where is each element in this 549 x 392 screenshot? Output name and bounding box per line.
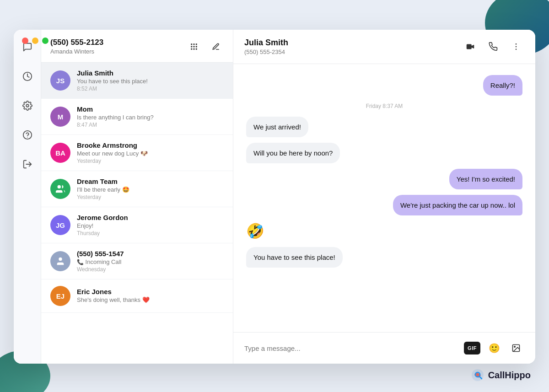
svg-rect-5 bbox=[191, 43, 192, 45]
conversation-item-brooke-armstrong[interactable]: BA Brooke Armstrong Meet our new dog Luc… bbox=[41, 135, 233, 171]
conv-name-eric-jones: Eric Jones bbox=[77, 288, 224, 295]
svg-point-1 bbox=[26, 104, 29, 107]
conv-info-jerome-gordon: Jerome Gordon Enjoy! Thursday bbox=[77, 214, 224, 236]
conv-name-mom: Mom bbox=[77, 105, 224, 113]
traffic-lights bbox=[22, 38, 48, 44]
dialpad-button[interactable] bbox=[186, 39, 202, 54]
conv-preview-julia-smith: You have to see this place! bbox=[77, 78, 224, 85]
svg-rect-10 bbox=[196, 46, 197, 47]
conversation-item-dream-team[interactable]: Dream Team I'll be there early 🤩 Yesterd… bbox=[41, 171, 233, 207]
conversation-item-eric-jones[interactable]: EJ Eric Jones She's doing well, thanks ❤… bbox=[41, 279, 233, 313]
message-msg4: Yes! I'm so excited! bbox=[449, 169, 522, 189]
avatar-dream-team bbox=[50, 179, 70, 199]
nav-logout-icon[interactable] bbox=[19, 156, 36, 172]
conv-name-jerome-gordon: Jerome Gordon bbox=[77, 214, 224, 221]
chat-header-info: Julia Smith (550) 555-2354 bbox=[244, 38, 288, 55]
minimize-button[interactable] bbox=[32, 38, 38, 44]
conversation-list: JS Julia Smith You have to see this plac… bbox=[41, 63, 233, 364]
conv-name-incoming-call: (550) 555-1547 bbox=[77, 250, 224, 258]
nav-settings-icon[interactable] bbox=[19, 97, 36, 114]
app-window: (550) 555-2123 Amanda Winters bbox=[14, 30, 535, 364]
message-msg3: Will you be here by noon? bbox=[246, 143, 340, 163]
svg-rect-13 bbox=[196, 48, 197, 49]
avatar-julia-smith: JS bbox=[50, 70, 70, 91]
avatar-eric-jones: EJ bbox=[50, 286, 70, 306]
more-options-button[interactable] bbox=[508, 38, 524, 55]
user-name: Amanda Winters bbox=[50, 48, 103, 55]
conv-preview-mom: Is there anything I can bring? bbox=[77, 114, 224, 121]
user-phone: (550) 555-2123 bbox=[50, 38, 103, 47]
emoji-button[interactable]: 🙂 bbox=[486, 340, 502, 356]
conversation-item-mom[interactable]: M Mom Is there anything I can bring? 8:4… bbox=[41, 99, 233, 135]
conv-info-julia-smith: Julia Smith You have to see this place! … bbox=[77, 69, 224, 92]
message-input[interactable] bbox=[244, 344, 458, 352]
conv-preview-dream-team: I'll be there early 🤩 bbox=[77, 186, 224, 193]
svg-point-14 bbox=[58, 185, 61, 188]
nav-help-icon[interactable] bbox=[19, 127, 36, 143]
gif-button[interactable]: GIF bbox=[464, 342, 480, 354]
avatar-mom: M bbox=[50, 107, 70, 127]
svg-point-16 bbox=[516, 43, 517, 45]
svg-point-15 bbox=[59, 258, 62, 261]
chat-contact-phone: (550) 555-2354 bbox=[244, 48, 288, 55]
conv-time-julia-smith: 8:52 AM bbox=[77, 86, 224, 92]
message-msg6: 🤣 bbox=[246, 221, 264, 242]
chat-header: Julia Smith (550) 555-2354 bbox=[233, 30, 535, 64]
message-msg2: We just arrived! bbox=[246, 117, 308, 137]
nav-analytics-icon[interactable] bbox=[19, 68, 36, 85]
conv-info-mom: Mom Is there anything I can bring? 8:47 … bbox=[77, 105, 224, 128]
svg-rect-12 bbox=[194, 48, 195, 49]
conv-info-incoming-call: (550) 555-1547 📞 Incoming Call Wednesday bbox=[77, 250, 224, 273]
svg-point-20 bbox=[514, 346, 516, 348]
message-timestamp1: Friday 8:37 AM bbox=[246, 103, 522, 109]
avatar-jerome-gordon: JG bbox=[50, 215, 70, 235]
conv-info-dream-team: Dream Team I'll be there early 🤩 Yesterd… bbox=[77, 177, 224, 200]
svg-rect-6 bbox=[194, 43, 195, 45]
chat-contact-name: Julia Smith bbox=[244, 38, 288, 48]
image-button[interactable] bbox=[508, 340, 524, 356]
conv-name-brooke-armstrong: Brooke Armstrong bbox=[77, 141, 224, 149]
chat-panel: Julia Smith (550) 555-2354 bbox=[233, 30, 535, 364]
conv-name-dream-team: Dream Team bbox=[77, 177, 224, 185]
close-button[interactable] bbox=[22, 38, 28, 44]
conv-time-dream-team: Yesterday bbox=[77, 194, 224, 200]
maximize-button[interactable] bbox=[42, 38, 48, 44]
conv-time-mom: 8:47 AM bbox=[77, 122, 224, 128]
svg-rect-9 bbox=[194, 46, 195, 47]
chat-messages: Really?!Friday 8:37 AMWe just arrived!Wi… bbox=[233, 64, 535, 332]
conversation-item-jerome-gordon[interactable]: JG Jerome Gordon Enjoy! Thursday bbox=[41, 207, 233, 243]
message-msg5: We're just packing the car up now.. lol bbox=[393, 195, 522, 215]
conversation-item-julia-smith[interactable]: JS Julia Smith You have to see this plac… bbox=[41, 63, 233, 99]
svg-point-17 bbox=[516, 46, 517, 48]
avatar-incoming-call bbox=[50, 251, 70, 271]
conversation-item-incoming-call[interactable]: (550) 555-1547 📞 Incoming Call Wednesday bbox=[41, 243, 233, 279]
sidebar-nav bbox=[14, 30, 41, 364]
conv-info-eric-jones: Eric Jones She's doing well, thanks ❤️ bbox=[77, 288, 224, 304]
message-msg7: You have to see this place! bbox=[246, 247, 343, 268]
conv-preview-brooke-armstrong: Meet our new dog Lucy 🐶 bbox=[77, 150, 224, 157]
svg-point-18 bbox=[516, 49, 517, 50]
conv-name-julia-smith: Julia Smith bbox=[77, 69, 224, 77]
avatar-brooke-armstrong: BA bbox=[50, 143, 70, 163]
conv-panel-header: (550) 555-2123 Amanda Winters bbox=[41, 30, 233, 63]
brand-name: CallHippo bbox=[488, 370, 531, 381]
chat-input-area: GIF 🙂 bbox=[233, 332, 535, 364]
conv-header-info: (550) 555-2123 Amanda Winters bbox=[50, 38, 103, 55]
callhippo-logo bbox=[471, 368, 484, 382]
svg-rect-8 bbox=[191, 46, 192, 47]
conv-header-actions bbox=[186, 39, 224, 54]
conversation-panel: (550) 555-2123 Amanda Winters bbox=[41, 30, 233, 364]
compose-button[interactable] bbox=[208, 39, 224, 54]
conv-time-incoming-call: Wednesday bbox=[77, 266, 224, 273]
svg-rect-11 bbox=[191, 48, 192, 49]
conv-time-brooke-armstrong: Yesterday bbox=[77, 158, 224, 164]
conv-preview-eric-jones: She's doing well, thanks ❤️ bbox=[77, 296, 224, 303]
video-call-button[interactable] bbox=[462, 38, 479, 55]
phone-call-button[interactable] bbox=[485, 38, 501, 55]
chat-header-actions bbox=[462, 38, 524, 55]
conv-preview-incoming-call: 📞 Incoming Call bbox=[77, 258, 224, 265]
svg-rect-7 bbox=[196, 43, 197, 45]
branding: CallHippo bbox=[471, 368, 531, 382]
conv-info-brooke-armstrong: Brooke Armstrong Meet our new dog Lucy 🐶… bbox=[77, 141, 224, 164]
conv-preview-jerome-gordon: Enjoy! bbox=[77, 222, 224, 229]
